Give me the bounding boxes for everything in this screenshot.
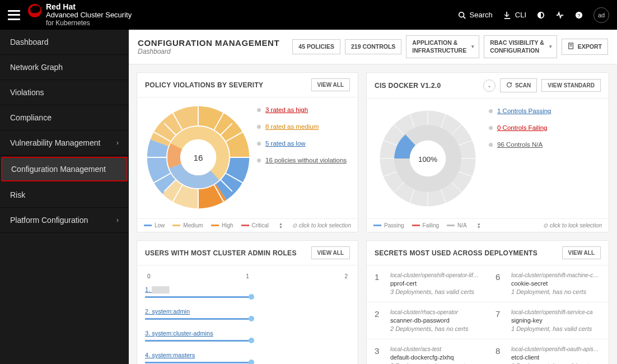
policy-legend-list: 3 rated as high 8 rated as medium 5 rate… bbox=[257, 104, 347, 164]
sidebar: Dashboard Network Graph Violations Compl… bbox=[0, 30, 129, 364]
nav-network-graph[interactable]: Network Graph bbox=[0, 55, 129, 80]
policies-count-button[interactable]: 45 POLICIES bbox=[292, 39, 340, 55]
click-lock-hint: ⊙click to lock selection bbox=[292, 222, 351, 228]
nav-violations[interactable]: Violations bbox=[0, 80, 129, 105]
view-standard-button[interactable]: VIEW STANDARD bbox=[541, 79, 601, 92]
application-infra-dropdown[interactable]: APPLICATION &INFRASTRUCTURE bbox=[406, 35, 479, 58]
svg-text:100%: 100% bbox=[418, 155, 437, 164]
search-button[interactable]: Search bbox=[457, 11, 493, 20]
page-title: CONFIGURATION MANAGEMENT bbox=[138, 38, 279, 48]
policy-donut-chart[interactable]: 16 bbox=[145, 104, 251, 211]
rbac-visibility-dropdown[interactable]: RBAC VISIBILITY &CONFIGURATION bbox=[484, 35, 557, 58]
expand-dropdown-button[interactable]: ⌄ bbox=[483, 80, 496, 92]
search-label: Search bbox=[470, 11, 493, 19]
card-cis-docker: CIS DOCKER V1.2.0 ⌄ SCAN VIEW STANDARD bbox=[366, 72, 609, 232]
nav-dashboard[interactable]: Dashboard bbox=[0, 30, 129, 55]
controls-passing-link[interactable]: 1 Controls Passing bbox=[497, 108, 551, 114]
controls-count-button[interactable]: 219 CONTROLS bbox=[345, 39, 401, 55]
user-row[interactable]: 3. system:cluster-admins bbox=[145, 328, 350, 342]
card-title: SECRETS MOST USED ACROSS DEPLOYMENTS bbox=[375, 249, 537, 257]
card-secrets: SECRETS MOST USED ACROSS DEPLOYMENTS VIE… bbox=[366, 240, 609, 364]
card-title: USERS WITH MOST CLUSTER ADMIN ROLES bbox=[145, 249, 297, 257]
secret-item[interactable]: 6 local-cluster/openshift-machine-config… bbox=[488, 265, 609, 302]
brand-line-3: for Kubernetes bbox=[46, 20, 132, 27]
topbar: Red Hat Advanced Cluster Security for Ku… bbox=[0, 0, 617, 30]
bar-axis: 012 bbox=[145, 272, 350, 284]
avatar[interactable]: ad bbox=[593, 7, 609, 23]
nav-platform-configuration[interactable]: Platform Configuration› bbox=[0, 208, 129, 233]
brand-line-2: Advanced Cluster Security bbox=[46, 11, 132, 19]
main-content: CONFIGURATION MANAGEMENT Dashboard 45 PO… bbox=[129, 30, 617, 364]
cis-sunburst-chart[interactable]: 100% bbox=[375, 105, 481, 212]
nav-compliance[interactable]: Compliance bbox=[0, 105, 129, 130]
nav-configuration-management[interactable]: Configuration Management bbox=[1, 157, 128, 181]
scan-button[interactable]: SCAN bbox=[500, 78, 537, 92]
secret-item[interactable]: 7 local-cluster/openshift-service-casign… bbox=[488, 302, 609, 339]
activity-icon[interactable] bbox=[555, 11, 564, 20]
view-all-button[interactable]: VIEW ALL bbox=[562, 246, 601, 259]
secret-item[interactable]: 2 local-cluster/rhacs-operatorscanner-db… bbox=[367, 302, 488, 339]
click-lock-hint: ⊙click to lock selection bbox=[543, 222, 602, 228]
chevron-right-icon: › bbox=[116, 139, 119, 147]
medium-violations-link[interactable]: 8 rated as medium bbox=[265, 123, 319, 130]
view-all-button[interactable]: VIEW ALL bbox=[311, 78, 350, 91]
card-title: POLICY VIOLATIONS BY SEVERITY bbox=[145, 81, 263, 89]
cli-button[interactable]: CLI bbox=[503, 11, 526, 20]
svg-line-1 bbox=[463, 16, 465, 18]
secret-item[interactable]: 8 local-cluster/openshift-oauth-apiserve… bbox=[488, 339, 609, 364]
nav-risk[interactable]: Risk bbox=[0, 183, 129, 208]
nav-vulnerability-management[interactable]: Vulnerability Management› bbox=[0, 130, 129, 156]
card-users-admin-roles: USERS WITH MOST CLUSTER ADMIN ROLES VIEW… bbox=[137, 240, 358, 364]
card-title: CIS DOCKER V1.2.0 bbox=[375, 82, 441, 90]
high-violations-link[interactable]: 3 rated as high bbox=[265, 106, 308, 113]
no-violations-link[interactable]: 16 policies without violations bbox=[265, 157, 347, 164]
export-icon bbox=[568, 43, 574, 52]
svg-point-0 bbox=[459, 12, 464, 17]
legend-stepper[interactable]: ▲▼ bbox=[279, 222, 283, 228]
export-button[interactable]: EXPORT bbox=[562, 39, 608, 55]
chevron-right-icon: › bbox=[116, 216, 119, 224]
search-icon bbox=[457, 11, 466, 20]
cli-label: CLI bbox=[515, 11, 526, 19]
legend-stepper[interactable]: ▲▼ bbox=[477, 222, 481, 228]
controls-na-link[interactable]: 96 Controls N/A bbox=[497, 141, 543, 148]
user-row[interactable]: 1. ████ bbox=[145, 284, 350, 298]
help-icon[interactable]: ? bbox=[574, 11, 583, 20]
view-all-button[interactable]: VIEW ALL bbox=[311, 246, 350, 259]
secret-item[interactable]: 3 local-cluster/acs-testdefault-dockercf… bbox=[367, 339, 488, 364]
page-subtitle: Dashboard bbox=[138, 48, 279, 55]
download-icon bbox=[503, 11, 512, 20]
secret-item[interactable]: 1 local-cluster/openshift-operator-lifec… bbox=[367, 265, 488, 302]
redhat-icon bbox=[28, 4, 41, 17]
brand-logo: Red Hat Advanced Cluster Security for Ku… bbox=[28, 3, 132, 27]
svg-text:?: ? bbox=[578, 12, 581, 18]
user-row[interactable]: 2. system:admin bbox=[145, 306, 350, 320]
page-header: CONFIGURATION MANAGEMENT Dashboard 45 PO… bbox=[129, 30, 617, 64]
controls-failing-link[interactable]: 0 Controls Failing bbox=[497, 124, 547, 131]
card-policy-violations: POLICY VIOLATIONS BY SEVERITY VIEW ALL bbox=[137, 72, 358, 232]
brand-line-1: Red Hat bbox=[46, 3, 132, 11]
theme-toggle-icon[interactable] bbox=[536, 11, 545, 20]
donut-center-value: 16 bbox=[194, 153, 203, 162]
refresh-icon bbox=[506, 82, 512, 89]
hamburger-menu-icon[interactable] bbox=[8, 10, 20, 20]
low-violations-link[interactable]: 5 rated as low bbox=[265, 140, 306, 147]
user-row[interactable]: 4. system:masters bbox=[145, 349, 350, 363]
cis-legend-list: 1 Controls Passing 0 Controls Failing 96… bbox=[489, 105, 551, 148]
